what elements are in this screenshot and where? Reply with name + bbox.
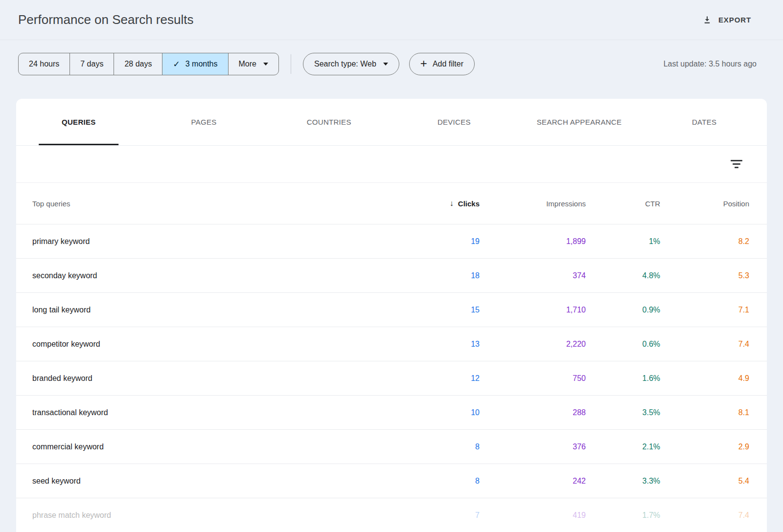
impressions-cell: 288 (480, 408, 586, 417)
position-cell: 7.4 (660, 511, 749, 520)
ctr-cell: 3.5% (586, 408, 660, 417)
date-range-label: 24 hours (29, 60, 59, 68)
column-header-impressions[interactable]: Impressions (480, 200, 586, 208)
clicks-cell: 18 (392, 271, 480, 280)
clicks-cell: 8 (392, 477, 480, 486)
sort-descending-icon: ↓ (450, 199, 454, 208)
tab-dates[interactable]: DATES (642, 99, 767, 145)
filter-list-icon[interactable] (728, 157, 745, 171)
query-cell: seconday keyword (32, 271, 392, 280)
tab-label: DATES (692, 118, 716, 126)
position-cell: 8.2 (660, 237, 749, 246)
tab-countries[interactable]: COUNTRIES (266, 99, 392, 145)
tab-queries[interactable]: QUERIES (16, 99, 141, 145)
query-cell: primary keyword (32, 237, 392, 246)
table-row[interactable]: long tail keyword 15 1,710 0.9% 7.1 (16, 293, 767, 327)
position-cell: 7.4 (660, 340, 749, 349)
date-range-28-days[interactable]: 28 days (114, 53, 162, 75)
position-cell: 8.1 (660, 408, 749, 417)
page-title: Performance on Search results (18, 12, 701, 27)
chevron-down-icon (263, 63, 268, 66)
more-label: More (239, 60, 256, 68)
position-cell: 5.3 (660, 271, 749, 280)
date-range-3-months[interactable]: ✓ 3 months (162, 53, 228, 75)
page-header: Performance on Search results EXPORT (0, 0, 783, 40)
dimension-tabs: QUERIES PAGES COUNTRIES DEVICES SEARCH A… (16, 99, 767, 146)
query-cell: seed keyword (32, 477, 392, 486)
table-row[interactable]: seed keyword 8 242 3.3% 5.4 (16, 464, 767, 498)
table-row[interactable]: seconday keyword 18 374 4.8% 5.3 (16, 259, 767, 293)
add-filter-label: Add filter (433, 60, 463, 68)
column-header-clicks[interactable]: ↓ Clicks (392, 199, 480, 208)
plus-icon: + (420, 58, 427, 69)
ctr-cell: 2.1% (586, 443, 660, 451)
ctr-cell: 3.3% (586, 477, 660, 486)
report-card: QUERIES PAGES COUNTRIES DEVICES SEARCH A… (16, 99, 767, 532)
last-update-text: Last update: 3.5 hours ago (664, 60, 757, 68)
search-console-performance-page: Performance on Search results EXPORT 24 … (0, 0, 783, 532)
tab-label: COUNTRIES (307, 118, 351, 126)
column-header-top-queries[interactable]: Top queries (32, 200, 392, 208)
date-range-label: 28 days (124, 60, 152, 68)
table-toolbar (16, 146, 767, 183)
table-row[interactable]: competitor keyword 13 2,220 0.6% 7.4 (16, 327, 767, 361)
column-header-position[interactable]: Position (660, 200, 749, 208)
impressions-cell: 419 (480, 511, 586, 520)
ctr-cell: 1.7% (586, 511, 660, 520)
impressions-cell: 1,710 (480, 306, 586, 314)
date-range-24-hours[interactable]: 24 hours (19, 53, 69, 75)
position-cell: 2.9 (660, 443, 749, 451)
filters-toolbar: 24 hours 7 days 28 days ✓ 3 months More … (18, 53, 757, 75)
chevron-down-icon (383, 63, 388, 66)
table-row[interactable]: commercial keyword 8 376 2.1% 2.9 (16, 430, 767, 464)
ctr-cell: 0.6% (586, 340, 660, 349)
impressions-cell: 242 (480, 477, 586, 486)
tab-search-appearance[interactable]: SEARCH APPEARANCE (517, 99, 642, 145)
query-cell: transactional keyword (32, 408, 392, 417)
clicks-cell: 12 (392, 374, 480, 383)
impressions-cell: 376 (480, 443, 586, 451)
impressions-cell: 1,899 (480, 237, 586, 246)
ctr-cell: 4.8% (586, 271, 660, 280)
add-filter-button[interactable]: + Add filter (409, 53, 475, 75)
search-type-label: Search type: Web (314, 60, 376, 68)
column-header-ctr[interactable]: CTR (586, 200, 660, 208)
impressions-cell: 374 (480, 271, 586, 280)
tab-label: QUERIES (62, 118, 96, 126)
date-range-more-dropdown[interactable]: More (228, 53, 278, 75)
tab-label: DEVICES (438, 118, 471, 126)
query-cell: phrase match keyword (32, 511, 392, 520)
tab-pages[interactable]: PAGES (141, 99, 267, 145)
query-cell: commercial keyword (32, 443, 392, 451)
ctr-cell: 1.6% (586, 374, 660, 383)
ctr-cell: 0.9% (586, 306, 660, 314)
position-cell: 7.1 (660, 306, 749, 314)
query-cell: long tail keyword (32, 306, 392, 314)
search-type-dropdown[interactable]: Search type: Web (303, 53, 399, 75)
ctr-cell: 1% (586, 237, 660, 246)
download-icon (702, 15, 712, 25)
table-body: primary keyword 19 1,899 1% 8.2 seconday… (16, 224, 767, 532)
table-row[interactable]: phrase match keyword 7 419 1.7% 7.4 (16, 498, 767, 532)
impressions-cell: 2,220 (480, 340, 586, 349)
clicks-cell: 15 (392, 306, 480, 314)
query-cell: branded keyword (32, 374, 392, 383)
tab-label: SEARCH APPEARANCE (537, 118, 622, 126)
table-row[interactable]: branded keyword 12 750 1.6% 4.9 (16, 361, 767, 396)
date-range-7-days[interactable]: 7 days (69, 53, 114, 75)
position-cell: 5.4 (660, 477, 749, 486)
toolbar-divider (291, 54, 291, 74)
table-row[interactable]: transactional keyword 10 288 3.5% 8.1 (16, 396, 767, 430)
export-label: EXPORT (718, 16, 751, 24)
date-range-label: 7 days (80, 60, 103, 68)
clicks-cell: 10 (392, 408, 480, 417)
position-cell: 4.9 (660, 374, 749, 383)
clicks-cell: 7 (392, 511, 480, 520)
export-button[interactable]: EXPORT (701, 12, 752, 28)
impressions-cell: 750 (480, 374, 586, 383)
tab-label: PAGES (191, 118, 216, 126)
clicks-cell: 8 (392, 443, 480, 451)
table-row[interactable]: primary keyword 19 1,899 1% 8.2 (16, 224, 767, 259)
query-cell: competitor keyword (32, 340, 392, 349)
tab-devices[interactable]: DEVICES (392, 99, 517, 145)
